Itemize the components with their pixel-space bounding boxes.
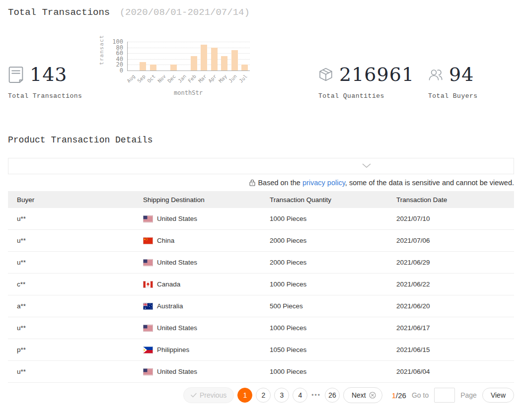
section-title: Product Transaction Details (8, 135, 153, 145)
country-name: Australia (157, 302, 183, 310)
stat-value-quantities: 216961 (339, 64, 414, 85)
date-range: (2020/08/01-2021/07/14) (120, 7, 250, 18)
privacy-notice: Based on the privacy policy, some of the… (249, 179, 514, 187)
buyers-icon (428, 68, 443, 81)
country-name: Canada (157, 280, 180, 288)
table-row: u**United States1000 Pieces2021/06/17 (8, 317, 514, 339)
country-name: United States (157, 215, 197, 222)
buyer-cell: u** (8, 324, 134, 332)
next-button[interactable]: Next (343, 387, 382, 403)
flag-icon-au (143, 303, 153, 310)
current-page: 1 (392, 391, 396, 400)
page-title-text: Total Transactions (8, 7, 110, 18)
stat-label-transactions: Total Transactions (8, 92, 82, 100)
quantity-cell: 1000 Pieces (261, 280, 387, 288)
goto-label: Go to (412, 391, 429, 399)
chevron-down-icon[interactable] (362, 163, 371, 168)
package-icon (318, 67, 333, 82)
page-button-4[interactable]: 4 (293, 388, 307, 403)
destination-cell: Philippines (134, 346, 261, 353)
date-cell: 2021/06/04 (387, 368, 514, 375)
monthly-transactions-chart: transact 100806040200 AugSepOctNovDecJan… (97, 28, 257, 102)
flag-icon-us (143, 215, 153, 222)
quantity-cell: 1050 Pieces (261, 346, 387, 353)
flag-icon-ca (143, 281, 153, 288)
stat-total-buyers: 94 Total Buyers (428, 64, 478, 100)
previous-label: Previous (200, 391, 226, 399)
transactions-table: Buyer Shipping Destination Transaction Q… (8, 191, 514, 383)
x-tick-label: Jan (177, 73, 187, 84)
stat-label-quantities: Total Quantities (318, 92, 414, 100)
date-cell: 2021/06/29 (387, 259, 514, 266)
x-tick-label: Jul (238, 73, 248, 84)
gridline (128, 48, 250, 48)
flag-icon-us (143, 368, 153, 375)
stat-total-transactions: 143 Total Transactions (8, 64, 82, 100)
privacy-policy-link[interactable]: privacy policy (302, 179, 345, 187)
privacy-text: Based on the privacy policy, some of the… (258, 179, 514, 187)
bar-oct (150, 65, 156, 70)
view-button[interactable]: View (482, 388, 514, 403)
table-row: u**United States1000 Pieces2021/06/04 (8, 361, 514, 383)
buyer-cell: c** (8, 280, 134, 288)
country-name: United States (157, 259, 197, 266)
quantity-cell: 500 Pieces (261, 302, 387, 310)
x-tick-label: Jun (227, 73, 238, 84)
stat-label-buyers: Total Buyers (428, 92, 478, 100)
bar-feb (191, 56, 197, 70)
bar-apr (211, 48, 218, 70)
buyer-cell: a** (8, 302, 134, 310)
page-button-2[interactable]: 2 (256, 388, 271, 403)
stat-value-buyers: 94 (449, 64, 474, 85)
chart-x-ticks: AugSepOctNovDecJanFebMarAprMayJunJul (127, 72, 249, 91)
pagination-pages: 1234 (237, 388, 307, 403)
quantity-cell: 2000 Pieces (261, 237, 387, 244)
page-button-26[interactable]: 26 (325, 388, 340, 403)
chart-plot (127, 42, 250, 71)
quantity-cell: 1000 Pieces (261, 324, 387, 332)
date-cell: 2021/06/20 (387, 302, 514, 310)
table-row: c**Canada1000 Pieces2021/06/22 (8, 274, 514, 295)
destination-cell: Canada (134, 280, 261, 288)
table-header: Buyer Shipping Destination Transaction Q… (8, 191, 514, 208)
chart-y-axis-label: transact (98, 35, 105, 65)
x-tick-label: Nov (156, 73, 167, 84)
destination-cell: United States (134, 324, 261, 332)
bar-may (221, 56, 227, 70)
filter-collapse-panel[interactable] (8, 158, 514, 174)
x-tick-label: Oct (146, 73, 156, 84)
date-cell: 2021/06/17 (387, 324, 514, 332)
country-name: Philippines (157, 346, 189, 353)
total-pages: /26 (396, 391, 406, 400)
table-row: u**China2000 Pieces2021/07/06 (8, 230, 514, 252)
check-icon (191, 393, 197, 398)
date-cell: 2021/06/15 (387, 346, 514, 353)
gridline (128, 42, 250, 42)
quantity-cell: 1000 Pieces (261, 368, 387, 375)
chart-x-axis-label: monthStr (127, 89, 249, 96)
x-tick-label: Apr (207, 73, 218, 84)
stat-total-quantities: 216961 Total Quantities (318, 64, 414, 100)
buyer-cell: p** (8, 346, 134, 353)
destination-cell: Australia (134, 302, 261, 310)
flag-icon-ph (143, 347, 153, 353)
x-tick-label: Aug (126, 73, 136, 84)
buyer-cell: u** (8, 259, 134, 266)
destination-cell: United States (134, 368, 261, 375)
date-cell: 2021/07/10 (387, 215, 514, 222)
page-button-3[interactable]: 3 (274, 388, 289, 403)
goto-page-input[interactable] (434, 388, 455, 403)
page-button-1[interactable]: 1 (237, 388, 252, 403)
x-tick-label: Feb (187, 73, 197, 84)
page-word: Page (460, 391, 477, 399)
bar-sep (140, 62, 146, 70)
chart-y-ticks: 100806040200 (106, 42, 123, 70)
column-header-quantity: Transaction Quantity (261, 196, 387, 204)
page-indicator: 1/26 (392, 391, 406, 400)
previous-button[interactable]: Previous (183, 387, 234, 403)
x-tick-label: Sep (136, 73, 147, 84)
destination-cell: China (134, 237, 261, 244)
destination-cell: United States (134, 215, 261, 222)
circle-x-icon (369, 392, 376, 399)
table-body: u**United States1000 Pieces2021/07/10u**… (8, 208, 514, 383)
